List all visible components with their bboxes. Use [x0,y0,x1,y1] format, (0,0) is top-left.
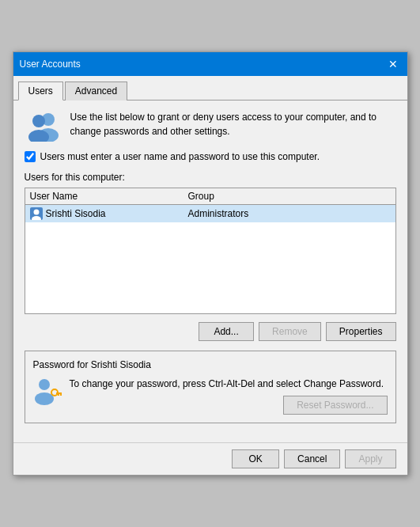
key-icon [33,377,62,405]
cell-username: Srishti Sisodia [30,207,188,220]
properties-button[interactable]: Properties [326,322,396,341]
svg-point-7 [39,379,50,390]
password-section-title: Password for Srishti Sisodia [33,359,388,370]
col-header-username: User Name [30,191,188,202]
svg-rect-11 [60,394,62,396]
add-button[interactable]: Add... [199,322,254,341]
svg-rect-10 [56,392,62,394]
tab-content: Use the list below to grant or deny user… [13,100,407,442]
apply-button[interactable]: Apply [345,449,395,468]
close-button[interactable]: ✕ [385,56,401,72]
tab-bar: Users Advanced [13,76,407,100]
ok-button[interactable]: OK [232,449,279,468]
user-row-icon [30,207,43,220]
cancel-button[interactable]: Cancel [284,449,340,468]
info-section: Use the list below to grant or deny user… [25,110,396,142]
svg-point-8 [35,392,54,405]
svg-rect-12 [58,394,59,396]
users-table: User Name Group Srishti Sisodia Administ… [25,188,396,314]
dialog-buttons: OK Cancel Apply [13,442,407,475]
window-title: User Accounts [20,59,81,70]
svg-point-2 [32,115,45,127]
users-icon [25,110,62,142]
require-password-checkbox[interactable] [25,151,36,162]
reset-password-button[interactable]: Reset Password... [283,396,387,415]
svg-point-5 [33,210,39,215]
user-accounts-dialog: User Accounts ✕ Users Advanced [13,51,408,476]
password-inner: To change your password, press Ctrl-Alt-… [33,377,388,415]
tab-advanced[interactable]: Advanced [65,82,127,100]
info-text: Use the list below to grant or deny user… [70,110,396,138]
cell-group: Administrators [188,208,249,219]
tab-users[interactable]: Users [18,82,63,100]
password-section: Password for Srishti Sisodia To change y… [25,351,396,423]
users-section-label: Users for this computer: [25,172,396,183]
table-header: User Name Group [25,188,395,205]
remove-button[interactable]: Remove [259,322,321,341]
title-bar: User Accounts ✕ [13,52,407,76]
checkbox-row: Users must enter a user name and passwor… [25,151,396,162]
require-password-label: Users must enter a user name and passwor… [40,151,320,162]
action-buttons: Add... Remove Properties [25,322,396,341]
password-text: To change your password, press Ctrl-Alt-… [70,377,388,391]
reset-btn-container: Reset Password... [70,396,388,415]
table-row[interactable]: Srishti Sisodia Administrators [25,205,395,222]
col-header-group: Group [188,191,214,202]
password-content: To change your password, press Ctrl-Alt-… [70,377,388,415]
